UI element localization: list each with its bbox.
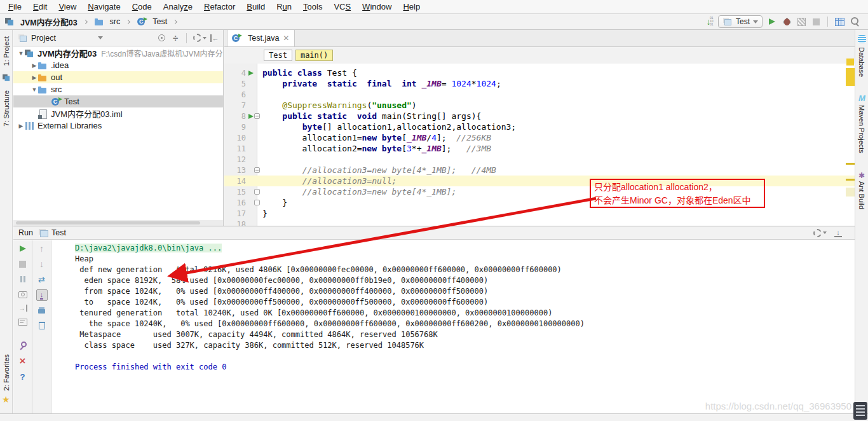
tree-toggle-icon[interactable]: ▶ — [31, 62, 38, 69]
code-line-5[interactable]: 5 private static final int _1MB= 1024*10… — [224, 78, 855, 89]
settings-icon[interactable] — [813, 228, 827, 238]
up-icon[interactable] — [37, 244, 47, 254]
code-line-6[interactable]: 6 — [224, 89, 855, 100]
run-gutter-icon[interactable] — [248, 114, 254, 119]
tree-item-test[interactable]: Test — [13, 95, 223, 107]
settings-icon[interactable] — [193, 33, 207, 43]
chevron-down-icon[interactable] — [98, 36, 103, 39]
maven-icon[interactable]: M — [858, 93, 865, 103]
menu-vcs[interactable]: VCS — [328, 1, 356, 13]
hide-panel-icon[interactable] — [210, 34, 219, 42]
exit-icon[interactable] — [18, 305, 27, 312]
stripe-mark[interactable] — [846, 59, 854, 66]
project-panel-hscrollbar[interactable] — [13, 220, 223, 226]
soft-wrap-icon[interactable] — [37, 274, 47, 284]
tool-window-favorites[interactable]: 2: Favorites — [3, 354, 10, 390]
pause-icon[interactable] — [18, 274, 28, 284]
screenshot-icon[interactable] — [18, 289, 28, 300]
tool-window-maven[interactable]: Maven Projects — [858, 105, 865, 153]
tool-window-structure[interactable]: 7: Structure — [3, 90, 10, 127]
pin-icon[interactable] — [18, 341, 28, 351]
close-icon[interactable]: ✕ — [283, 34, 289, 43]
fold-icon[interactable] — [254, 113, 260, 119]
menu-view[interactable]: View — [53, 1, 82, 13]
rerun-icon[interactable] — [18, 244, 28, 254]
scroll-end-icon[interactable] — [36, 289, 48, 301]
locate-icon[interactable] — [156, 33, 166, 43]
menu-analyze[interactable]: Analyze — [158, 1, 198, 13]
tree-toggle-icon[interactable]: ▼ — [17, 50, 25, 57]
console-view-icon[interactable] — [18, 317, 28, 327]
collapse-icon[interactable] — [170, 33, 180, 43]
menu-window[interactable]: Window — [356, 1, 397, 13]
tool-window-database[interactable]: Database — [858, 47, 865, 77]
ant-icon[interactable]: ✱ — [858, 171, 865, 180]
project-tool-icon[interactable] — [3, 74, 11, 81]
code-line-10[interactable]: 10 allocation1=new byte[_1MB/4]; //256KB — [224, 132, 855, 143]
tree-item-jvm-03-iml[interactable]: JVM内存分配03.iml — [13, 107, 223, 120]
stripe-mark[interactable] — [846, 68, 855, 86]
print-icon[interactable] — [37, 306, 47, 316]
run-gutter-icon[interactable] — [248, 71, 254, 76]
code-line-12[interactable]: 12 — [224, 154, 855, 165]
debug-icon[interactable] — [782, 17, 792, 27]
code-line-13[interactable]: 13 //allocation3=new byte[4*_1MB]; //4MB — [224, 165, 855, 176]
close-icon[interactable] — [18, 356, 28, 366]
help-icon[interactable] — [18, 371, 28, 382]
stripe-mark[interactable] — [846, 163, 855, 165]
code-line-17[interactable]: 17} — [224, 208, 855, 219]
tool-window-project[interactable]: 1: Project — [3, 36, 10, 66]
coverage-icon[interactable] — [796, 17, 806, 27]
console-output[interactable]: D:\java2\javajdk8.0\bin\java ...Heap def… — [51, 240, 855, 413]
menu-navigate[interactable]: Navigate — [82, 1, 126, 13]
stripe-mark[interactable] — [846, 179, 855, 181]
down-icon[interactable] — [37, 259, 47, 269]
tree-item-external-libraries[interactable]: ▶External Libraries — [13, 120, 223, 132]
stop-icon[interactable] — [18, 259, 28, 269]
code-line-7[interactable]: 7 @SuppressWarnings("unused") — [224, 100, 855, 111]
fold-icon[interactable] — [254, 167, 260, 173]
hide-icon[interactable] — [834, 229, 842, 237]
crumb-class[interactable]: Test — [264, 50, 292, 61]
breadcrumb-src[interactable]: src — [110, 17, 121, 26]
run-tab-test[interactable]: Test — [38, 228, 66, 237]
menu-edit[interactable]: Edit — [27, 1, 53, 13]
code-line-4[interactable]: 4public class Test { — [224, 67, 855, 78]
menu-refactor[interactable]: Refactor — [198, 1, 241, 13]
project-panel-title[interactable]: Project — [17, 33, 56, 43]
tree-item-out[interactable]: ▶out — [13, 71, 223, 83]
stripe-mark[interactable] — [846, 188, 855, 197]
menu-help[interactable]: Help — [397, 1, 426, 13]
tree-toggle-icon[interactable]: ▶ — [17, 123, 25, 129]
tree-toggle-icon[interactable]: ▼ — [31, 86, 38, 93]
favorites-star-icon[interactable]: ★ — [2, 394, 10, 404]
database-icon[interactable] — [858, 35, 866, 43]
menu-code[interactable]: Code — [126, 1, 158, 13]
tree-item--idea[interactable]: ▶.idea — [13, 59, 223, 71]
tree-item-jvm-03[interactable]: ▼JVM内存分配03F:\csdn博客\Java虚拟机\JVM内存分 — [13, 47, 223, 59]
breadcrumb-project[interactable]: JVM内存分配03 — [20, 16, 78, 28]
search-icon[interactable] — [849, 17, 859, 27]
table-icon[interactable] — [834, 17, 844, 27]
clear-icon[interactable] — [37, 321, 47, 331]
breadcrumb-class[interactable]: Test — [153, 17, 167, 26]
fold-icon[interactable] — [254, 200, 260, 205]
stop-icon[interactable] — [811, 17, 821, 27]
code-line-8[interactable]: 8 public static void main(String[] args)… — [224, 111, 855, 121]
code-line-9[interactable]: 9 byte[] allocation1,allocation2,allocat… — [224, 121, 855, 132]
sort-numeric-icon[interactable] — [703, 17, 714, 27]
menu-file[interactable]: File — [3, 1, 27, 13]
run-icon[interactable] — [767, 17, 777, 27]
tree-item-src[interactable]: ▼src — [13, 83, 223, 95]
menu-build[interactable]: Build — [241, 1, 271, 13]
tool-window-ant[interactable]: Ant Build — [858, 181, 865, 209]
tree-toggle-icon[interactable]: ▶ — [31, 74, 38, 81]
code-line-18[interactable]: 18 — [224, 219, 855, 226]
crumb-method[interactable]: main() — [295, 50, 333, 61]
run-configuration-select[interactable]: Test — [718, 15, 763, 28]
fold-icon[interactable] — [254, 189, 260, 195]
code-line-11[interactable]: 11 allocation2=new byte[3*+_1MB]; //3MB — [224, 143, 855, 154]
tab-test-java[interactable]: Test.java ✕ — [227, 30, 295, 46]
menu-tools[interactable]: Tools — [297, 1, 328, 13]
menu-run[interactable]: Run — [271, 1, 297, 13]
